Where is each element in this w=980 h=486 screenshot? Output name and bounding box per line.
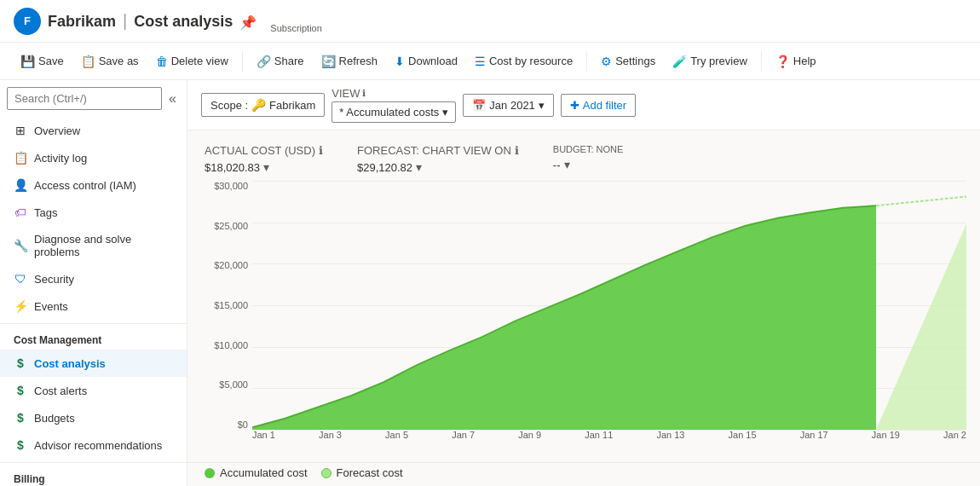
view-info-icon: ℹ <box>362 88 366 99</box>
header-title-row: Fabrikam | Cost analysis 📌 <box>48 11 257 31</box>
view-label: VIEW ℹ <box>331 87 456 100</box>
save-as-icon: 📋 <box>81 55 95 68</box>
share-button[interactable]: 🔗 Share <box>250 51 311 72</box>
chart-container: $30,000 $25,000 $20,000 $15,000 $10,000 … <box>201 181 966 455</box>
billing-section-title: Billing <box>0 462 187 486</box>
subscription-label: Subscription <box>270 23 322 33</box>
y-axis: $30,000 $25,000 $20,000 $15,000 $10,000 … <box>201 181 248 430</box>
sidebar-item-budgets[interactable]: $ Budgets <box>0 404 187 431</box>
add-filter-button[interactable]: ✚ Add filter <box>561 94 636 117</box>
actual-cost-stat: ACTUAL COST (USD) ℹ $18,020.83 ▾ <box>205 144 323 174</box>
activity-log-icon: 📋 <box>14 151 27 165</box>
download-icon: ⬇ <box>395 55 405 68</box>
x-label-jan19: Jan 19 <box>872 430 900 455</box>
sidebar-item-security[interactable]: 🛡 Security <box>0 265 187 292</box>
download-button[interactable]: ⬇ Download <box>388 51 464 72</box>
main-content: Scope : 🔑 Fabrikam VIEW ℹ * Accumulated … <box>187 80 980 486</box>
settings-button[interactable]: ⚙ Settings <box>594 51 662 72</box>
overview-icon: ⊞ <box>14 124 27 137</box>
chart-area: $30,000 $25,000 $20,000 $15,000 $10,000 … <box>187 181 980 462</box>
delete-view-button[interactable]: 🗑 Delete view <box>149 51 235 72</box>
sidebar-search-area: « <box>0 80 187 117</box>
main-layout: « ⊞ Overview 📋 Activity log 👤 Access con… <box>0 80 980 486</box>
toolbar-sep-1 <box>242 51 243 72</box>
x-label-jan15: Jan 15 <box>729 430 757 455</box>
try-preview-button[interactable]: 🧪 Try preview <box>666 51 754 72</box>
help-icon: ❓ <box>775 55 790 68</box>
pin-icon[interactable]: 📌 <box>239 14 257 31</box>
x-label-jan5: Jan 5 <box>385 430 408 455</box>
company-name: Fabrikam <box>48 13 116 31</box>
y-label-0: $0 <box>201 419 248 430</box>
legend-forecast: Forecast cost <box>321 466 403 479</box>
advisor-icon: $ <box>14 438 27 452</box>
refresh-icon: 🔄 <box>321 55 336 68</box>
actual-cost-info-icon: ℹ <box>319 144 323 157</box>
legend-dot-accumulated <box>205 468 215 478</box>
cost-by-resource-button[interactable]: ☰ Cost by resource <box>468 51 579 72</box>
view-dropdown-button[interactable]: * Accumulated costs ▾ <box>331 101 456 123</box>
save-as-button[interactable]: 📋 Save as <box>74 51 146 72</box>
budget-value: -- ▾ <box>553 158 624 171</box>
cost-chart <box>252 181 966 430</box>
save-button[interactable]: 💾 Save <box>14 51 71 72</box>
diagnose-icon: 🔧 <box>14 239 27 252</box>
x-label-jan7: Jan 7 <box>452 430 475 455</box>
collapse-button[interactable]: « <box>165 88 180 110</box>
sidebar-item-events[interactable]: ⚡ Events <box>0 292 187 320</box>
delete-icon: 🗑 <box>156 55 168 68</box>
events-icon: ⚡ <box>14 299 27 313</box>
x-label-jan17: Jan 17 <box>800 430 828 455</box>
chart-legend: Accumulated cost Forecast cost <box>187 462 980 486</box>
forecast-dropdown[interactable]: ▾ <box>416 160 422 174</box>
y-label-30k: $30,000 <box>201 181 248 191</box>
sidebar-item-diagnose[interactable]: 🔧 Diagnose and solve problems <box>0 226 187 265</box>
chart-inner <box>252 181 966 430</box>
forecast-value: $29,120.82 ▾ <box>357 160 519 174</box>
x-label-jan9: Jan 9 <box>518 430 541 455</box>
sidebar-item-activity-log[interactable]: 📋 Activity log <box>0 144 187 171</box>
app-header: F Fabrikam | Cost analysis 📌 Subscriptio… <box>0 0 980 43</box>
access-control-icon: 👤 <box>14 178 27 192</box>
header-divider: | <box>123 11 127 31</box>
actual-cost-label: ACTUAL COST (USD) ℹ <box>205 144 323 157</box>
budget-label: BUDGET: NONE <box>553 144 624 154</box>
x-label-jan1: Jan 1 <box>252 430 275 455</box>
security-icon: 🛡 <box>14 272 27 286</box>
sidebar-item-advisor[interactable]: $ Advisor recommendations <box>0 431 187 459</box>
x-label-jan11: Jan 11 <box>585 430 613 455</box>
search-input[interactable] <box>7 87 162 110</box>
date-chevron-icon: ▾ <box>539 99 545 112</box>
sidebar-item-cost-analysis[interactable]: $ Cost analysis <box>0 350 187 377</box>
sidebar-item-cost-alerts[interactable]: $ Cost alerts <box>0 377 187 404</box>
add-filter-icon: ✚ <box>570 99 579 112</box>
sidebar-item-overview[interactable]: ⊞ Overview <box>0 117 187 144</box>
save-icon: 💾 <box>20 55 35 68</box>
refresh-button[interactable]: 🔄 Refresh <box>314 51 385 72</box>
sidebar-search-row: « <box>7 87 180 110</box>
legend-accumulated: Accumulated cost <box>205 466 308 479</box>
view-section: VIEW ℹ * Accumulated costs ▾ <box>331 87 456 123</box>
app-logo: F <box>14 8 41 35</box>
budget-stat: BUDGET: NONE -- ▾ <box>553 144 624 174</box>
date-picker-button[interactable]: 📅 Jan 2021 ▾ <box>463 94 554 117</box>
sidebar: « ⊞ Overview 📋 Activity log 👤 Access con… <box>0 80 187 486</box>
x-label-jan2x: Jan 2 <box>943 430 966 455</box>
main-toolbar: 💾 Save 📋 Save as 🗑 Delete view 🔗 Share 🔄… <box>0 43 980 80</box>
cost-stats-row: ACTUAL COST (USD) ℹ $18,020.83 ▾ FORECAS… <box>187 130 980 181</box>
toolbar-sep-2 <box>586 51 587 72</box>
share-icon: 🔗 <box>257 55 271 68</box>
budget-dropdown[interactable]: ▾ <box>564 158 570 171</box>
y-label-15k: $15,000 <box>201 300 248 310</box>
view-chevron-icon: ▾ <box>442 106 448 119</box>
sidebar-item-tags[interactable]: 🏷 Tags <box>0 199 187 226</box>
legend-dot-forecast <box>321 468 331 478</box>
forecast-line <box>876 197 966 206</box>
help-button[interactable]: ❓ Help <box>769 51 823 72</box>
sidebar-item-access-control[interactable]: 👤 Access control (IAM) <box>0 171 187 199</box>
y-label-5k: $5,000 <box>201 379 248 390</box>
scope-button[interactable]: Scope : 🔑 Fabrikam <box>201 93 325 117</box>
actual-cost-dropdown[interactable]: ▾ <box>263 160 269 174</box>
calendar-icon: 📅 <box>472 99 486 112</box>
x-label-jan3: Jan 3 <box>319 430 342 455</box>
